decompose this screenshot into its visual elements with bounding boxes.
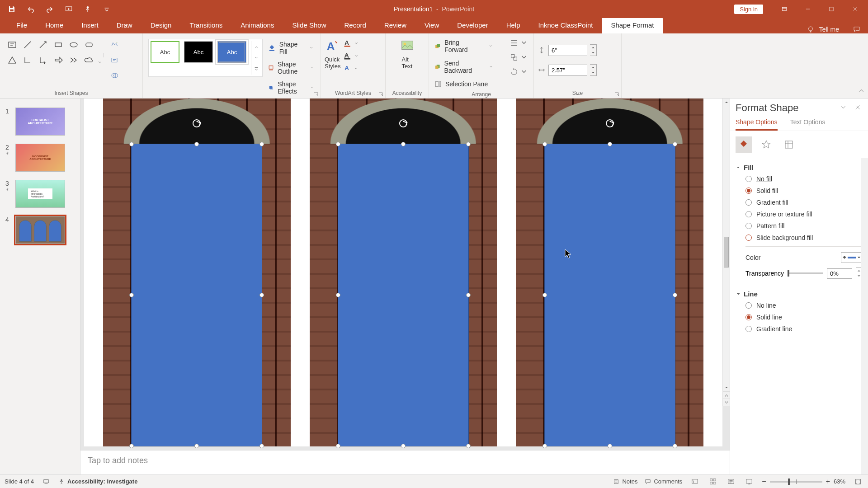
resize-handle[interactable] (336, 293, 340, 297)
slide-canvas[interactable] (84, 99, 722, 446)
tab-slideshow[interactable]: Slide Show (283, 18, 335, 33)
resize-handle[interactable] (466, 444, 471, 448)
zoom-level[interactable]: 63% (834, 478, 845, 485)
tab-insert[interactable]: Insert (72, 18, 108, 33)
close-icon[interactable] (844, 0, 865, 18)
tab-developer[interactable]: Developer (448, 18, 497, 33)
scrollbar-up-icon[interactable] (723, 99, 730, 106)
redo-icon[interactable] (44, 4, 55, 14)
qat-customize-icon[interactable] (101, 4, 112, 14)
maximize-icon[interactable] (821, 0, 842, 18)
tab-shape-format[interactable]: Shape Format (602, 18, 663, 33)
resize-handle[interactable] (673, 293, 677, 297)
shape-options-tab[interactable]: Shape Options (736, 118, 778, 131)
shapes-gallery-more[interactable] (98, 36, 104, 81)
gallery-scroll-up-icon[interactable] (253, 42, 259, 52)
shape-oval-icon[interactable] (67, 38, 80, 52)
wordart-dialog-launcher[interactable] (378, 91, 383, 96)
fill-color-button[interactable] (841, 252, 863, 263)
slide-background-fill-radio[interactable]: Slide background fill (736, 232, 863, 244)
alt-text-button[interactable]: Alt Text (389, 36, 425, 70)
resize-handle[interactable] (336, 444, 340, 448)
shape-rectangle-icon[interactable] (52, 38, 65, 52)
height-increment[interactable] (590, 45, 596, 50)
tab-transitions[interactable]: Transitions (180, 18, 231, 33)
present-icon[interactable] (63, 4, 74, 14)
shape-style-gallery[interactable]: Abc Abc Abc (148, 39, 263, 77)
door-image-3[interactable] (516, 99, 703, 446)
fit-to-window-icon[interactable] (853, 476, 863, 487)
solid-line-radio[interactable]: Solid line (736, 311, 863, 323)
height-field[interactable]: 6" (548, 45, 587, 56)
resize-handle[interactable] (608, 444, 612, 448)
shape-arrow-line-icon[interactable] (36, 38, 50, 52)
align-button[interactable] (510, 39, 528, 47)
zoom-out-icon[interactable]: − (762, 478, 766, 486)
scrollbar-down-icon[interactable] (723, 384, 730, 391)
slide-counter[interactable]: Slide 4 of 4 (5, 478, 34, 485)
tab-animations[interactable]: Animations (231, 18, 283, 33)
text-fill-icon[interactable]: A (343, 39, 359, 48)
quick-styles-button[interactable]: A Quick Styles (325, 36, 340, 73)
resize-handle[interactable] (673, 444, 677, 448)
notes-view-toggle[interactable] (43, 479, 49, 485)
tab-record[interactable]: Record (335, 18, 375, 33)
gradient-fill-radio[interactable]: Gradient fill (736, 197, 863, 208)
notes-toggle[interactable]: Notes (613, 478, 637, 485)
resize-handle[interactable] (259, 293, 264, 297)
zoom-slider[interactable] (770, 481, 822, 483)
next-slide-icon[interactable] (723, 399, 730, 406)
line-section-header[interactable]: Line (736, 288, 863, 300)
resize-handle[interactable] (194, 142, 199, 146)
notes-pane[interactable]: Tap to add notes (80, 450, 730, 474)
undo-icon[interactable] (25, 4, 36, 14)
gallery-more-icon[interactable] (253, 64, 259, 74)
pane-options-icon[interactable] (838, 102, 848, 114)
resize-handle[interactable] (129, 142, 134, 146)
text-outline-icon[interactable]: A (343, 52, 359, 61)
resize-handle[interactable] (259, 142, 264, 146)
rotate-button[interactable] (510, 68, 528, 76)
shape-chevron-icon[interactable] (67, 53, 80, 67)
tab-classpoint[interactable]: Inknoe ClassPoint (529, 18, 602, 33)
ribbon-display-options-icon[interactable] (774, 0, 795, 18)
normal-view-icon[interactable] (689, 476, 700, 487)
resize-handle[interactable] (542, 142, 547, 146)
shape-elbow-arrow-icon[interactable] (36, 53, 50, 67)
slide-thumbnail-4[interactable] (15, 216, 65, 244)
transparency-slider[interactable] (788, 272, 823, 274)
text-box-icon[interactable] (108, 54, 120, 66)
resize-handle[interactable] (336, 142, 340, 146)
effects-icon[interactable] (758, 136, 774, 153)
scrollbar-thumb[interactable] (724, 237, 729, 267)
resize-handle[interactable] (401, 142, 406, 146)
pane-close-icon[interactable] (853, 102, 863, 114)
group-button[interactable] (510, 53, 528, 61)
edit-shape-icon[interactable] (108, 39, 120, 51)
shape-rounded-rect-icon[interactable] (82, 38, 96, 52)
fill-section-header[interactable]: Fill (736, 162, 863, 173)
rotation-handle[interactable] (193, 119, 201, 127)
resize-handle[interactable] (129, 444, 134, 448)
pane-scrollbar[interactable] (861, 158, 868, 474)
comments-toggle[interactable]: Comments (645, 478, 682, 485)
door-image-1[interactable] (103, 99, 291, 446)
rotation-handle[interactable] (399, 119, 407, 127)
shape-line-icon[interactable] (21, 38, 34, 52)
comments-icon[interactable] (853, 25, 861, 33)
transparency-field[interactable]: 0% (827, 268, 852, 279)
slideshow-view-icon[interactable] (744, 476, 755, 487)
signin-button[interactable]: Sign in (734, 5, 763, 14)
canvas-vertical-scrollbar[interactable] (722, 99, 730, 406)
minimize-icon[interactable] (797, 0, 818, 18)
tab-draw[interactable]: Draw (108, 18, 142, 33)
resize-handle[interactable] (466, 142, 471, 146)
shape-rectangle-1[interactable] (131, 144, 262, 446)
no-fill-radio[interactable]: No fill (736, 173, 863, 185)
slide-thumbnail-1[interactable] (15, 108, 65, 136)
shapes-gallery[interactable] (4, 36, 98, 81)
resize-handle[interactable] (401, 444, 406, 448)
tab-review[interactable]: Review (375, 18, 415, 33)
merge-shapes-icon[interactable] (108, 70, 120, 81)
tab-help[interactable]: Help (497, 18, 529, 33)
